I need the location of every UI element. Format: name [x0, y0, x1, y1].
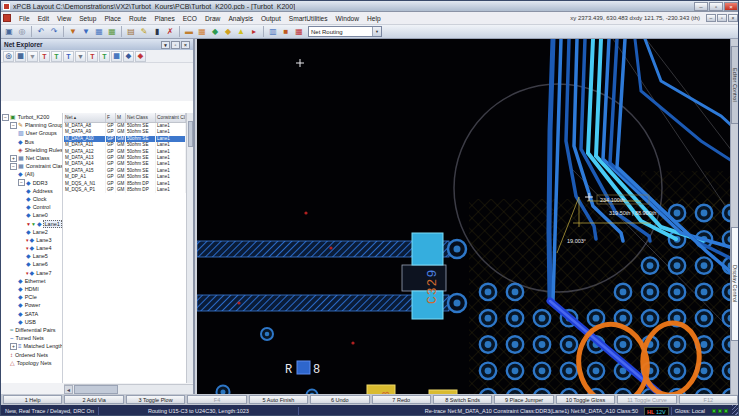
tree-item-user-groups[interactable]: ▥User Groups	[1, 129, 62, 137]
flask-icon[interactable]: ▮	[151, 26, 163, 38]
class-icon[interactable]: ◈	[135, 51, 146, 62]
tree-item-lane0[interactable]: ◆Lane0	[1, 211, 62, 219]
close-button[interactable]: ×	[724, 2, 738, 11]
tree-item-lane2[interactable]: ◆Lane2	[1, 228, 62, 236]
menu-route[interactable]: Route	[125, 15, 151, 22]
save-icon[interactable]: ▣	[3, 26, 15, 38]
tree-item-tuned-nets[interactable]: ~Tuned Nets	[1, 334, 62, 342]
fkey-1-help[interactable]: 1 Help	[3, 395, 62, 404]
tree-item-lane5[interactable]: ◆Lane5	[1, 252, 62, 260]
menu-setup[interactable]: Setup	[75, 15, 100, 22]
table-horizontal-scrollbar[interactable]: ◄	[64, 384, 193, 394]
tree-item-planning-groups[interactable]: −✎Planning Groups	[1, 121, 62, 129]
filter-green-icon[interactable]: T	[51, 51, 62, 62]
pencil-icon[interactable]: ✎	[138, 26, 150, 38]
scheme-dropdown[interactable]: Net Routing ▼	[308, 26, 382, 37]
tree-item-power[interactable]: ◆Power	[1, 301, 62, 309]
route-pin-icon[interactable]: ▼	[80, 26, 92, 38]
paint-icon[interactable]: ■	[280, 26, 292, 38]
funnel2-icon[interactable]: ▼	[75, 51, 86, 62]
panel-menu-button[interactable]: ▾	[161, 41, 170, 49]
tree-item-lane4[interactable]: ▾◆Lane4	[1, 244, 62, 252]
column-header-net[interactable]: Net ▴	[64, 113, 106, 122]
resize-grip[interactable]	[732, 405, 739, 416]
scroll-left-icon[interactable]: ◄	[64, 385, 73, 394]
title-bar[interactable]: xPCB Layout C:\Demonstrations\VX2\Turbot…	[1, 1, 739, 12]
grid-icon[interactable]: ▦	[15, 51, 26, 62]
column-header-m[interactable]: M	[116, 113, 126, 122]
menu-smartutilities[interactable]: SmartUtilities	[285, 15, 332, 22]
tree-item-shielding-rules[interactable]: ◈Shielding Rules	[1, 146, 62, 154]
flag-icon[interactable]: ▸	[248, 26, 260, 38]
collapse-icon[interactable]: −	[18, 179, 25, 186]
filter-red2-icon[interactable]: T	[87, 51, 98, 62]
tree-item-pcie[interactable]: ◆PCIe	[1, 293, 62, 301]
table-icon[interactable]: ▦	[111, 51, 122, 62]
menu-file[interactable]: File	[15, 15, 34, 22]
notes-icon[interactable]: ▤	[125, 26, 137, 38]
panel-close-button[interactable]: ×	[181, 41, 190, 49]
mdi-restore-button[interactable]: ▫	[717, 14, 727, 22]
expand-icon[interactable]: +	[10, 155, 17, 162]
undo-icon[interactable]: ↶	[35, 26, 47, 38]
filter-red-icon[interactable]: T	[39, 51, 50, 62]
collapse-icon[interactable]: −	[10, 122, 17, 129]
tree-item-ethernet[interactable]: ◆Ethernet	[1, 277, 62, 285]
gem-green-icon[interactable]: ◆	[209, 26, 221, 38]
mail-icon[interactable]: ▬	[183, 26, 195, 38]
tree-item-address[interactable]: ◆Address	[1, 187, 62, 195]
column-header-net-class[interactable]: Net Class	[126, 113, 156, 122]
tree-item-net-class[interactable]: +▦Net Class	[1, 154, 62, 162]
net-icon[interactable]: ◆	[123, 51, 134, 62]
tree-item-ddr3[interactable]: −◆DDR3	[1, 179, 62, 187]
table-vertical-scrollbar[interactable]	[186, 113, 193, 383]
mdi-close-button[interactable]: ×	[728, 14, 738, 22]
fkey-8-switch-ends[interactable]: 8 Switch Ends	[433, 395, 492, 404]
fkey-10-toggle-gloss[interactable]: 10 Toggle Gloss	[556, 395, 615, 404]
tree-item-ordered-nets[interactable]: ↕Ordered Nets	[1, 350, 62, 358]
menu-analysis[interactable]: Analysis	[224, 15, 257, 22]
board-icon[interactable]: ▦	[106, 26, 118, 38]
net-explorer-header[interactable]: Net Explorer ▾ ▫ ×	[1, 39, 193, 50]
menu-draw[interactable]: Draw	[201, 15, 224, 22]
menu-planes[interactable]: Planes	[151, 15, 179, 22]
menu-view[interactable]: View	[53, 15, 75, 22]
fkey-7-redo[interactable]: 7 Redo	[372, 395, 431, 404]
scrollbar-thumb[interactable]	[74, 385, 118, 394]
collapse-icon[interactable]: −	[10, 163, 17, 170]
column-header-constraint-class[interactable]: Constraint Class	[156, 113, 186, 122]
filter-blue-icon[interactable]: T	[63, 51, 74, 62]
filter-green2-icon[interactable]: T	[99, 51, 110, 62]
fkey-2-add-via[interactable]: 2 Add Via	[64, 395, 123, 404]
maximize-button[interactable]: ▫	[709, 2, 723, 11]
minimize-button[interactable]: –	[694, 2, 708, 11]
fkey-3-toggle-plow[interactable]: 3 Toggle Plow	[126, 395, 185, 404]
place-pin-icon[interactable]: ▼	[67, 26, 79, 38]
calendar-icon[interactable]: ▦	[196, 26, 208, 38]
tree-item-lane3[interactable]: ▾◆Lane3	[1, 236, 62, 244]
menu-window[interactable]: Window	[332, 15, 363, 22]
tree-item-clock[interactable]: ◆Clock	[1, 195, 62, 203]
chevron-down-icon[interactable]: ▼	[372, 27, 381, 36]
menu-help[interactable]: Help	[363, 15, 385, 22]
tree-item-topology-nets[interactable]: △Topology Nets	[1, 359, 62, 367]
menu-output[interactable]: Output	[257, 15, 285, 22]
tree-item-bus[interactable]: ◆Bus	[1, 138, 62, 146]
fkey-5-auto-finish[interactable]: 5 Auto Finish	[249, 395, 308, 404]
menu-place[interactable]: Place	[100, 15, 125, 22]
tree-item-lane1[interactable]: ▼▼◆Lane1	[1, 219, 62, 227]
scrollbar-thumb[interactable]	[188, 121, 193, 147]
tab-display-control[interactable]: Display Control	[731, 227, 739, 341]
expand-icon[interactable]: +	[10, 343, 17, 350]
column-header-f[interactable]: F	[106, 113, 116, 122]
tree-item--all-[interactable]: ◆(All)	[1, 170, 62, 178]
fkey-9-place-jumper[interactable]: 9 Place Jumper	[494, 395, 553, 404]
tree-item-matched-lengths[interactable]: +≡Matched Lengths	[1, 342, 62, 350]
tree-item-hdmi[interactable]: ◆HDMI	[1, 285, 62, 293]
collapse-icon[interactable]: −	[2, 114, 9, 121]
table-row[interactable]: M_DQS_A_P1GPGM85ohm DPLane1	[64, 187, 186, 193]
redo-icon[interactable]: ↷	[48, 26, 60, 38]
delete-icon[interactable]: ✗	[164, 26, 176, 38]
pcb-canvas[interactable]: C329 C63 R 8	[197, 39, 732, 394]
cascade-icon[interactable]: ▥	[267, 26, 279, 38]
